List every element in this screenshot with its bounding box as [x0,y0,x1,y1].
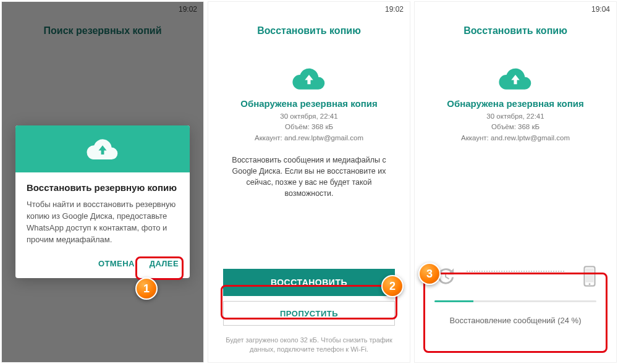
step-badge-3: 3 [418,263,441,285]
skip-button[interactable]: ПРОПУСТИТЬ [223,301,395,326]
screen-permissions: 19:02 Поиск резервных копий Восстановить… [1,1,204,363]
restore-button[interactable]: ВОССТАНОВИТЬ [223,269,395,296]
progress-panel: Восстановление сообщений (24 %) [434,266,596,325]
cancel-button[interactable]: ОТМЕНА [98,259,135,268]
dialog-header [15,125,190,172]
progress-label: Восстановление сообщений (24 %) [434,316,596,325]
backup-date: 30 октября, 22:41 [415,111,616,122]
phone-icon [583,266,596,287]
page-title: Восстановить копию [415,17,616,45]
backup-found-title: Обнаружена резервная копия [208,98,410,109]
step-badge-1: 1 [135,277,158,300]
transfer-dots [467,271,564,272]
status-bar: 19:02 [208,2,410,17]
page-title: Восстановить копию [208,17,410,45]
cloud-upload-icon [292,67,326,90]
screen-restore-prompt: 19:02 Восстановить копию Обнаружена резе… [208,1,410,363]
backup-found-title: Обнаружена резервная копия [415,98,616,109]
backup-account: Аккаунт: and.rew.lptw@gmail.com [415,133,616,143]
dialog-body-text: Чтобы найти и восстановить резервную коп… [27,199,179,245]
cloud-upload-icon [87,138,119,159]
backup-account: Аккаунт: and.rew.lptw@gmail.com [208,133,410,143]
progress-bar [434,300,596,302]
step-badge-2: 2 [381,275,404,297]
dialog-heading: Восстановить резервную копию [27,182,179,193]
backup-size: Объём: 368 кБ [415,122,616,132]
restore-description: Восстановить сообщения и медиафайлы с Go… [208,154,410,200]
status-bar: 19:04 [415,2,616,17]
screen-restore-progress: 19:04 Восстановить копию Обнаружена резе… [414,1,617,363]
permission-dialog: Восстановить резервную копию Чтобы найти… [15,125,190,278]
next-button[interactable]: ДАЛЕЕ [150,259,179,268]
status-time: 19:04 [591,5,610,14]
data-usage-hint: Будет загружено около 32 кБ. Чтобы снизи… [223,336,395,353]
backup-date: 30 октября, 22:41 [208,111,410,122]
svg-point-2 [589,283,591,285]
progress-fill [434,300,473,302]
status-time: 19:02 [385,5,404,14]
cloud-upload-icon [499,67,532,90]
svg-rect-1 [586,268,594,282]
backup-size: Объём: 368 кБ [208,122,410,132]
